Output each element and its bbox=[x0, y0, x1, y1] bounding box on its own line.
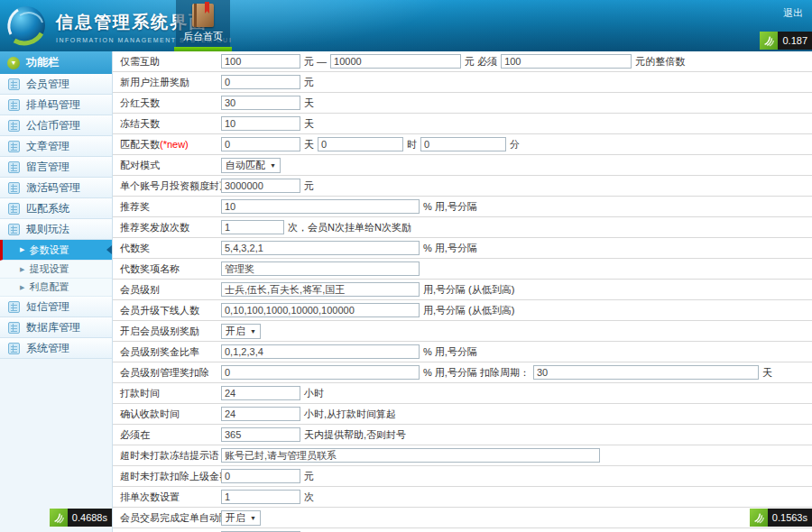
field-input[interactable] bbox=[221, 490, 300, 504]
logout-link[interactable]: 退出 bbox=[783, 6, 803, 20]
field-input[interactable] bbox=[221, 241, 420, 255]
field-input[interactable] bbox=[221, 386, 300, 400]
sidebar-item-数据库管理[interactable]: 数据库管理 bbox=[0, 317, 112, 338]
unit-text: % 用,号分隔 bbox=[423, 200, 477, 214]
field-controls: 天时分 bbox=[221, 137, 812, 151]
tab-backend-home[interactable]: 后台首页 bbox=[176, 0, 230, 47]
load-time-badge-top: 0.187 bbox=[760, 32, 812, 50]
field-select[interactable]: 自动匹配▼ bbox=[221, 158, 281, 173]
field-input[interactable] bbox=[221, 365, 420, 380]
field-input[interactable] bbox=[221, 344, 420, 359]
field-label: 匹配天数(*new) bbox=[113, 138, 221, 151]
unit-text: 次 bbox=[304, 491, 314, 504]
field-label: 开启会员级别奖励 bbox=[113, 325, 221, 338]
load-time-value: 0.1563s bbox=[768, 509, 812, 527]
field-label: 单个账号月投资额度封顶 bbox=[113, 179, 221, 193]
form-row: 会员升级下线人数用,号分隔 (从低到高) bbox=[113, 300, 812, 321]
arrow-right-icon: ▶ bbox=[20, 266, 24, 273]
field-input[interactable] bbox=[221, 282, 420, 297]
form-row: 超时未打款扣除上级金额元 bbox=[113, 466, 812, 487]
menu-grid-icon bbox=[8, 120, 20, 132]
form-row: 限制相同IP注册次数次 bbox=[113, 528, 812, 532]
field-label: 打款时间 bbox=[113, 387, 221, 400]
field-controls: % 用,号分隔 bbox=[221, 344, 812, 359]
unit-text: 天 bbox=[304, 117, 314, 131]
unit-text: 次，会员N次挂单给N次奖励 bbox=[288, 221, 411, 234]
menu-item-label: 公信币管理 bbox=[26, 118, 80, 133]
arrow-right-icon: ▶ bbox=[20, 246, 24, 253]
unit-text: 时 bbox=[407, 138, 417, 151]
sidebar-item-匹配系统[interactable]: 匹配系统 bbox=[0, 198, 112, 219]
field-input[interactable] bbox=[221, 96, 300, 110]
field-input[interactable] bbox=[221, 179, 300, 193]
field-input[interactable] bbox=[318, 137, 403, 151]
field-input[interactable] bbox=[221, 261, 420, 276]
field-select[interactable]: 开启▼ bbox=[221, 324, 261, 339]
sidebar-subitem-参数设置[interactable]: ▶参数设置 bbox=[0, 240, 112, 261]
sidebar-item-留言管理[interactable]: 留言管理 bbox=[0, 157, 112, 178]
sidebar-item-短信管理[interactable]: 短信管理 bbox=[0, 297, 112, 317]
field-label: 会员级别管理奖扣除 bbox=[113, 366, 221, 380]
field-controls: 用,号分隔 (从低到高) bbox=[221, 303, 812, 317]
field-label: 新用户注册奖励 bbox=[113, 76, 221, 89]
unit-text: 天内提供帮助,否则封号 bbox=[304, 428, 406, 442]
field-input[interactable] bbox=[221, 469, 300, 483]
field-input[interactable] bbox=[221, 54, 300, 69]
load-time-value: 0.4688s bbox=[68, 509, 112, 527]
sidebar-item-规则玩法[interactable]: 规则玩法 bbox=[0, 219, 112, 240]
field-input[interactable] bbox=[533, 365, 759, 380]
chevron-down-icon: ▼ bbox=[270, 162, 276, 169]
field-controls: 用,号分隔 (从低到高) bbox=[221, 282, 812, 297]
sidebar-item-公信币管理[interactable]: 公信币管理 bbox=[0, 115, 112, 136]
sidebar-item-文章管理[interactable]: 文章管理 bbox=[0, 136, 112, 157]
menu-grid-icon bbox=[8, 301, 20, 313]
unit-text: 元 bbox=[304, 76, 314, 89]
unit-text: 元的整倍数 bbox=[635, 55, 685, 69]
menu-item-label: 短信管理 bbox=[26, 299, 69, 315]
menu-item-label: 文章管理 bbox=[26, 139, 69, 154]
field-input[interactable] bbox=[221, 427, 300, 442]
field-label: 推荐奖发放次数 bbox=[113, 221, 221, 234]
form-row: 冻结天数天 bbox=[113, 114, 812, 134]
field-input[interactable] bbox=[221, 199, 420, 214]
field-input[interactable] bbox=[221, 116, 300, 131]
field-input[interactable] bbox=[221, 75, 300, 89]
field-label: 确认收款时间 bbox=[113, 408, 221, 421]
field-controls: % 用,号分隔 扣除周期：天 bbox=[221, 365, 812, 380]
sidebar-subitem-提现设置[interactable]: ▶提现设置 bbox=[0, 261, 112, 279]
field-input[interactable] bbox=[330, 54, 461, 69]
field-input[interactable] bbox=[221, 448, 600, 463]
field-input[interactable] bbox=[221, 407, 300, 421]
menu-item-label: 留言管理 bbox=[26, 160, 69, 175]
field-select[interactable]: 开启▼ bbox=[221, 510, 261, 526]
sidebar-header-function-bar[interactable]: ▼ 功能栏 bbox=[0, 51, 112, 74]
menu-grid-icon bbox=[8, 182, 20, 194]
field-input[interactable] bbox=[420, 137, 506, 151]
tab-label: 后台首页 bbox=[183, 30, 223, 43]
field-controls: 开启▼ bbox=[221, 510, 812, 526]
sidebar-item-会员管理[interactable]: 会员管理 bbox=[0, 74, 112, 95]
field-controls: 元 bbox=[221, 75, 812, 89]
field-label: 代数奖 bbox=[113, 242, 221, 255]
unit-text: 用,号分隔 (从低到高) bbox=[423, 283, 514, 297]
field-input[interactable] bbox=[221, 220, 284, 234]
form-row: 排单次数设置次 bbox=[113, 487, 812, 508]
menu-grid-icon bbox=[8, 343, 20, 354]
form-row: 代数奖% 用,号分隔 bbox=[113, 238, 812, 259]
menu-grid-icon bbox=[8, 161, 20, 173]
menu-item-label: 会员管理 bbox=[26, 77, 69, 92]
sidebar-item-系统管理[interactable]: 系统管理 bbox=[0, 338, 112, 359]
field-label: 配对模式 bbox=[113, 159, 221, 172]
sidebar-item-排单码管理[interactable]: 排单码管理 bbox=[0, 95, 112, 115]
form-row: 代数奖项名称 bbox=[113, 259, 812, 280]
unit-text: 小时,从打款时间算起 bbox=[304, 408, 396, 421]
sidebar-header-label: 功能栏 bbox=[26, 55, 59, 70]
field-input[interactable] bbox=[221, 303, 420, 317]
field-controls: 开启▼ bbox=[221, 324, 812, 339]
field-input[interactable] bbox=[501, 54, 632, 69]
sidebar-subitem-利息配置[interactable]: ▶利息配置 bbox=[0, 279, 112, 297]
menu-item-label: 排单码管理 bbox=[26, 97, 80, 113]
form-row: 仅需互助元 —元 必须元的整倍数 bbox=[113, 51, 812, 72]
field-input[interactable] bbox=[221, 137, 300, 151]
sidebar-item-激活码管理[interactable]: 激活码管理 bbox=[0, 178, 112, 198]
